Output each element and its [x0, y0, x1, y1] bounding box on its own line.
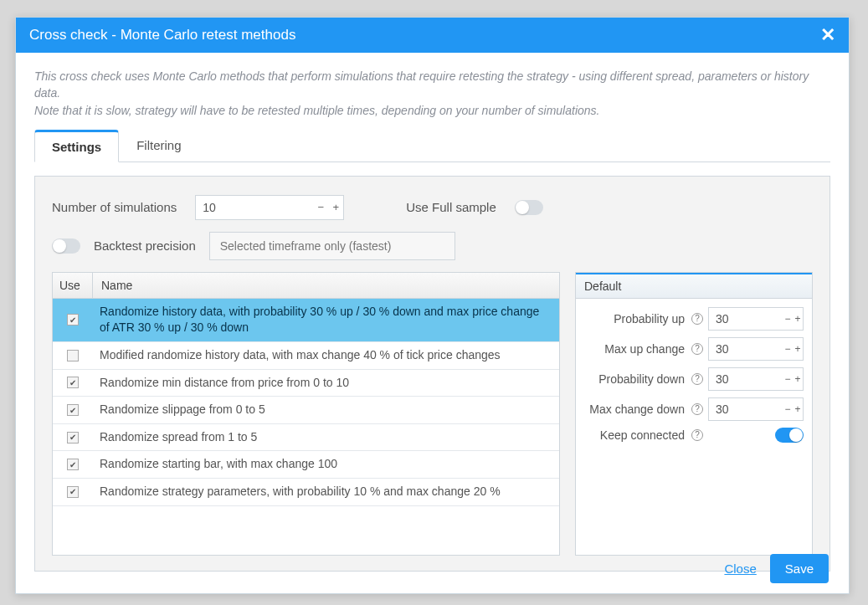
help-icon[interactable]: ? [691, 343, 703, 355]
use-checkbox[interactable] [67, 377, 79, 388]
td-name: Modified randomize history data, with ma… [93, 342, 559, 369]
tab-settings[interactable]: Settings [34, 130, 119, 162]
num-simulations-label: Number of simulations [52, 200, 177, 214]
backtest-precision-label: Backtest precision [94, 238, 196, 253]
table-row[interactable]: Randomize history data, with probability… [53, 299, 559, 342]
row-probability-down: Probability down ? − + [584, 364, 804, 394]
modal-body: This cross check uses Monte Carlo method… [16, 53, 849, 580]
max-change-down-input[interactable] [709, 398, 783, 420]
td-name: Randomize spread from 1 to 5 [93, 424, 559, 451]
modal-header: Cross check - Monte Carlo retest methods… [16, 18, 849, 53]
help-icon[interactable]: ? [691, 429, 703, 441]
default-panel-body: Probability up ? − + Max up change ? [576, 299, 812, 454]
table-row[interactable]: Randomize slippage from 0 to 5 [53, 397, 559, 424]
tabs: Settings Filtering [34, 129, 830, 162]
num-simulations-input[interactable] [196, 197, 313, 218]
use-checkbox[interactable] [67, 432, 79, 443]
table-filler [53, 506, 559, 555]
table-row[interactable]: Randomize strategy parameters, with prob… [53, 479, 559, 506]
probability-down-input-wrap: − + [708, 367, 804, 391]
description-line2: Note that it is slow, strategy will have… [34, 104, 599, 117]
default-panel-header: Default [576, 273, 812, 299]
help-icon[interactable]: ? [691, 313, 703, 325]
description-text: This cross check uses Monte Carlo method… [34, 68, 830, 119]
close-icon[interactable]: ✕ [820, 26, 835, 44]
td-use [53, 424, 93, 451]
keep-connected-toggle[interactable] [775, 428, 804, 443]
keep-connected-label: Keep connected [584, 428, 685, 442]
td-name: Randomize history data, with probability… [93, 299, 559, 341]
row-max-change-down: Max change down ? − + [584, 394, 804, 424]
minus-icon[interactable]: − [783, 398, 793, 420]
td-name: Randomize min distance from price from 0… [93, 370, 559, 397]
table-row[interactable]: Randomize spread from 1 to 5 [53, 424, 559, 452]
minus-icon[interactable]: − [783, 338, 793, 360]
settings-panel: Number of simulations − + Use Full sampl… [34, 176, 830, 572]
tab-filtering[interactable]: Filtering [119, 130, 198, 162]
num-simulations-input-wrap: − + [195, 195, 344, 220]
row-simulations: Number of simulations − + Use Full sampl… [52, 195, 813, 220]
help-icon[interactable]: ? [691, 373, 703, 385]
plus-icon[interactable]: + [793, 398, 803, 420]
minus-icon[interactable]: − [783, 368, 793, 390]
probability-down-label: Probability down [584, 372, 685, 386]
table-row[interactable]: Randomize min distance from price from 0… [53, 370, 559, 397]
td-name: Randomize strategy parameters, with prob… [93, 479, 559, 505]
row-max-up-change: Max up change ? − + [584, 334, 804, 364]
plus-icon[interactable]: + [793, 338, 803, 360]
table-row[interactable]: Randomize starting bar, with max change … [53, 451, 559, 479]
description-line1: This cross check uses Monte Carlo method… [34, 69, 809, 100]
help-icon[interactable]: ? [691, 403, 703, 415]
max-up-change-input[interactable] [709, 338, 783, 360]
plus-icon[interactable]: + [328, 201, 343, 213]
td-name: Randomize slippage from 0 to 5 [93, 397, 559, 423]
probability-up-input[interactable] [709, 308, 783, 330]
row-probability-up: Probability up ? − + [584, 304, 804, 334]
methods-table: Use Name Randomize history data, with pr… [52, 272, 560, 556]
plus-icon[interactable]: + [793, 308, 803, 330]
default-panel: Default Probability up ? − + [575, 272, 813, 556]
td-name: Randomize starting bar, with max change … [93, 451, 559, 478]
backtest-precision-select[interactable]: Selected timeframe only (fastest) [209, 232, 455, 260]
row-keep-connected: Keep connected ? [584, 424, 804, 446]
table-header: Use Name [53, 273, 559, 299]
minus-icon[interactable]: − [313, 201, 328, 213]
backtest-precision-value: Selected timeframe only (fastest) [220, 239, 392, 253]
use-full-sample-toggle[interactable] [515, 200, 543, 215]
probability-up-input-wrap: − + [708, 307, 804, 331]
use-checkbox[interactable] [67, 459, 79, 470]
modal-footer: Close Save [724, 554, 829, 583]
td-use [53, 479, 93, 505]
td-use [53, 370, 93, 397]
minus-icon[interactable]: − [783, 308, 793, 330]
td-use [53, 397, 93, 423]
max-up-change-label: Max up change [584, 342, 685, 356]
max-change-down-label: Max change down [584, 402, 685, 416]
probability-up-label: Probability up [584, 312, 685, 326]
td-use [53, 342, 93, 369]
use-checkbox[interactable] [67, 314, 79, 326]
use-checkbox[interactable] [67, 486, 79, 498]
max-up-change-input-wrap: − + [708, 337, 804, 361]
close-button[interactable]: Close [724, 561, 756, 576]
cross-check-modal: Cross check - Monte Carlo retest methods… [15, 17, 850, 594]
table-row[interactable]: Modified randomize history data, with ma… [53, 342, 559, 370]
backtest-precision-toggle[interactable] [52, 238, 80, 254]
td-use [53, 299, 93, 341]
use-checkbox[interactable] [67, 350, 79, 361]
th-name: Name [93, 273, 559, 298]
use-full-sample-label: Use Full sample [406, 200, 496, 214]
probability-down-input[interactable] [709, 368, 783, 390]
max-change-down-input-wrap: − + [708, 397, 804, 421]
td-use [53, 451, 93, 478]
row-backtest: Backtest precision Selected timeframe on… [52, 232, 813, 260]
th-use: Use [53, 273, 93, 298]
save-button[interactable]: Save [770, 554, 829, 583]
use-checkbox[interactable] [67, 404, 79, 416]
main-columns: Use Name Randomize history data, with pr… [52, 272, 813, 556]
modal-title: Cross check - Monte Carlo retest methods [29, 27, 295, 44]
plus-icon[interactable]: + [793, 368, 803, 390]
table-body: Randomize history data, with probability… [53, 299, 559, 506]
